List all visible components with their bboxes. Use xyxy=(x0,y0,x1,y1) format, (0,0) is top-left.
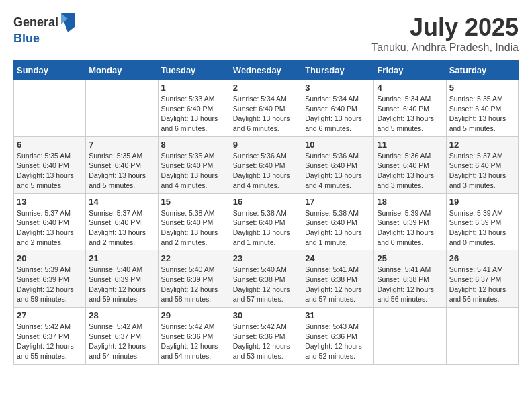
day-number: 4 xyxy=(377,83,443,93)
day-header-monday: Monday xyxy=(86,61,158,80)
calendar-cell: 8Sunrise: 5:35 AM Sunset: 6:40 PM Daylig… xyxy=(158,136,230,193)
calendar-week-5: 27Sunrise: 5:42 AM Sunset: 6:37 PM Dayli… xyxy=(14,308,519,365)
logo: General Blue xyxy=(13,13,75,46)
day-header-tuesday: Tuesday xyxy=(158,61,230,80)
day-info: Sunrise: 5:33 AM Sunset: 6:40 PM Dayligh… xyxy=(161,94,227,134)
day-header-thursday: Thursday xyxy=(302,61,374,80)
calendar-cell: 25Sunrise: 5:41 AM Sunset: 6:38 PM Dayli… xyxy=(374,250,446,308)
calendar-cell xyxy=(374,308,446,365)
calendar-table: SundayMondayTuesdayWednesdayThursdayFrid… xyxy=(13,60,519,365)
day-number: 12 xyxy=(449,140,515,150)
day-number: 6 xyxy=(17,140,83,150)
calendar-cell: 10Sunrise: 5:36 AM Sunset: 6:40 PM Dayli… xyxy=(302,136,374,193)
day-number: 1 xyxy=(161,83,227,93)
day-number: 3 xyxy=(305,83,371,93)
calendar-cell: 5Sunrise: 5:35 AM Sunset: 6:40 PM Daylig… xyxy=(446,80,518,137)
day-info: Sunrise: 5:34 AM Sunset: 6:40 PM Dayligh… xyxy=(377,94,443,134)
calendar-cell xyxy=(446,308,518,365)
day-number: 27 xyxy=(17,310,83,320)
day-number: 18 xyxy=(377,197,443,207)
day-number: 19 xyxy=(449,197,515,207)
calendar-cell: 9Sunrise: 5:36 AM Sunset: 6:40 PM Daylig… xyxy=(230,136,302,193)
day-number: 21 xyxy=(89,253,154,263)
day-info: Sunrise: 5:41 AM Sunset: 6:38 PM Dayligh… xyxy=(305,265,371,304)
calendar-cell: 27Sunrise: 5:42 AM Sunset: 6:37 PM Dayli… xyxy=(14,308,86,365)
calendar-cell: 29Sunrise: 5:42 AM Sunset: 6:36 PM Dayli… xyxy=(158,308,230,365)
day-info: Sunrise: 5:36 AM Sunset: 6:40 PM Dayligh… xyxy=(377,151,443,191)
calendar-cell: 22Sunrise: 5:40 AM Sunset: 6:39 PM Dayli… xyxy=(158,250,230,308)
day-info: Sunrise: 5:35 AM Sunset: 6:40 PM Dayligh… xyxy=(449,94,515,134)
day-info: Sunrise: 5:42 AM Sunset: 6:37 PM Dayligh… xyxy=(89,322,154,361)
logo-general: General xyxy=(13,16,58,30)
day-number: 30 xyxy=(233,310,299,320)
day-info: Sunrise: 5:37 AM Sunset: 6:40 PM Dayligh… xyxy=(449,151,515,191)
day-info: Sunrise: 5:39 AM Sunset: 6:39 PM Dayligh… xyxy=(377,208,443,248)
day-info: Sunrise: 5:36 AM Sunset: 6:40 PM Dayligh… xyxy=(233,151,299,191)
day-info: Sunrise: 5:38 AM Sunset: 6:40 PM Dayligh… xyxy=(233,208,299,248)
calendar-cell: 11Sunrise: 5:36 AM Sunset: 6:40 PM Dayli… xyxy=(374,136,446,193)
calendar-cell: 6Sunrise: 5:35 AM Sunset: 6:40 PM Daylig… xyxy=(14,136,86,193)
month-year-title: July 2025 xyxy=(371,13,519,42)
calendar-week-2: 6Sunrise: 5:35 AM Sunset: 6:40 PM Daylig… xyxy=(14,136,519,193)
day-info: Sunrise: 5:35 AM Sunset: 6:40 PM Dayligh… xyxy=(89,151,154,191)
calendar-cell: 12Sunrise: 5:37 AM Sunset: 6:40 PM Dayli… xyxy=(446,136,518,193)
calendar-cell: 18Sunrise: 5:39 AM Sunset: 6:39 PM Dayli… xyxy=(374,193,446,250)
day-info: Sunrise: 5:40 AM Sunset: 6:39 PM Dayligh… xyxy=(89,265,154,304)
calendar-cell: 2Sunrise: 5:34 AM Sunset: 6:40 PM Daylig… xyxy=(230,80,302,137)
calendar-week-3: 13Sunrise: 5:37 AM Sunset: 6:40 PM Dayli… xyxy=(14,193,519,250)
day-number: 24 xyxy=(305,253,371,263)
day-info: Sunrise: 5:42 AM Sunset: 6:36 PM Dayligh… xyxy=(233,322,299,361)
day-number: 20 xyxy=(17,253,83,263)
day-info: Sunrise: 5:38 AM Sunset: 6:40 PM Dayligh… xyxy=(305,208,371,248)
day-info: Sunrise: 5:36 AM Sunset: 6:40 PM Dayligh… xyxy=(305,151,371,191)
page-header: General Blue July 2025 Tanuku, Andhra Pr… xyxy=(13,13,519,54)
day-info: Sunrise: 5:34 AM Sunset: 6:40 PM Dayligh… xyxy=(305,94,371,134)
location-subtitle: Tanuku, Andhra Pradesh, India xyxy=(371,42,519,54)
calendar-cell: 15Sunrise: 5:38 AM Sunset: 6:40 PM Dayli… xyxy=(158,193,230,250)
day-number: 13 xyxy=(17,197,83,207)
calendar-cell xyxy=(14,80,86,137)
day-number: 2 xyxy=(233,83,299,93)
calendar-cell: 28Sunrise: 5:42 AM Sunset: 6:37 PM Dayli… xyxy=(86,308,158,365)
calendar-cell: 26Sunrise: 5:41 AM Sunset: 6:37 PM Dayli… xyxy=(446,250,518,308)
calendar-cell: 23Sunrise: 5:40 AM Sunset: 6:38 PM Dayli… xyxy=(230,250,302,308)
day-number: 5 xyxy=(449,83,515,93)
day-number: 26 xyxy=(449,253,515,263)
calendar-cell xyxy=(86,80,158,137)
calendar-cell: 17Sunrise: 5:38 AM Sunset: 6:40 PM Dayli… xyxy=(302,193,374,250)
day-info: Sunrise: 5:34 AM Sunset: 6:40 PM Dayligh… xyxy=(233,94,299,134)
calendar-cell: 13Sunrise: 5:37 AM Sunset: 6:40 PM Dayli… xyxy=(14,193,86,250)
day-number: 10 xyxy=(305,140,371,150)
day-info: Sunrise: 5:38 AM Sunset: 6:40 PM Dayligh… xyxy=(161,208,227,248)
logo-icon xyxy=(61,13,75,32)
day-info: Sunrise: 5:42 AM Sunset: 6:36 PM Dayligh… xyxy=(161,322,227,361)
day-number: 7 xyxy=(89,140,154,150)
day-number: 31 xyxy=(305,310,371,320)
calendar-cell: 21Sunrise: 5:40 AM Sunset: 6:39 PM Dayli… xyxy=(86,250,158,308)
calendar-cell: 31Sunrise: 5:43 AM Sunset: 6:36 PM Dayli… xyxy=(302,308,374,365)
calendar-cell: 1Sunrise: 5:33 AM Sunset: 6:40 PM Daylig… xyxy=(158,80,230,137)
day-info: Sunrise: 5:40 AM Sunset: 6:38 PM Dayligh… xyxy=(233,265,299,304)
calendar-body: 1Sunrise: 5:33 AM Sunset: 6:40 PM Daylig… xyxy=(14,80,519,365)
day-info: Sunrise: 5:43 AM Sunset: 6:36 PM Dayligh… xyxy=(305,322,371,361)
calendar-cell: 7Sunrise: 5:35 AM Sunset: 6:40 PM Daylig… xyxy=(86,136,158,193)
day-info: Sunrise: 5:39 AM Sunset: 6:39 PM Dayligh… xyxy=(17,265,83,304)
day-info: Sunrise: 5:37 AM Sunset: 6:40 PM Dayligh… xyxy=(89,208,154,248)
day-number: 11 xyxy=(377,140,443,150)
calendar-week-1: 1Sunrise: 5:33 AM Sunset: 6:40 PM Daylig… xyxy=(14,80,519,137)
calendar-cell: 19Sunrise: 5:39 AM Sunset: 6:39 PM Dayli… xyxy=(446,193,518,250)
day-header-sunday: Sunday xyxy=(14,61,86,80)
day-number: 16 xyxy=(233,197,299,207)
calendar-cell: 24Sunrise: 5:41 AM Sunset: 6:38 PM Dayli… xyxy=(302,250,374,308)
day-info: Sunrise: 5:39 AM Sunset: 6:39 PM Dayligh… xyxy=(449,208,515,248)
day-number: 9 xyxy=(233,140,299,150)
day-number: 22 xyxy=(161,253,227,263)
day-info: Sunrise: 5:41 AM Sunset: 6:37 PM Dayligh… xyxy=(449,265,515,304)
day-info: Sunrise: 5:40 AM Sunset: 6:39 PM Dayligh… xyxy=(161,265,227,304)
calendar-cell: 3Sunrise: 5:34 AM Sunset: 6:40 PM Daylig… xyxy=(302,80,374,137)
calendar-cell: 4Sunrise: 5:34 AM Sunset: 6:40 PM Daylig… xyxy=(374,80,446,137)
day-number: 23 xyxy=(233,253,299,263)
day-number: 8 xyxy=(161,140,227,150)
day-header-friday: Friday xyxy=(374,61,446,80)
logo-blue: Blue xyxy=(13,32,75,46)
